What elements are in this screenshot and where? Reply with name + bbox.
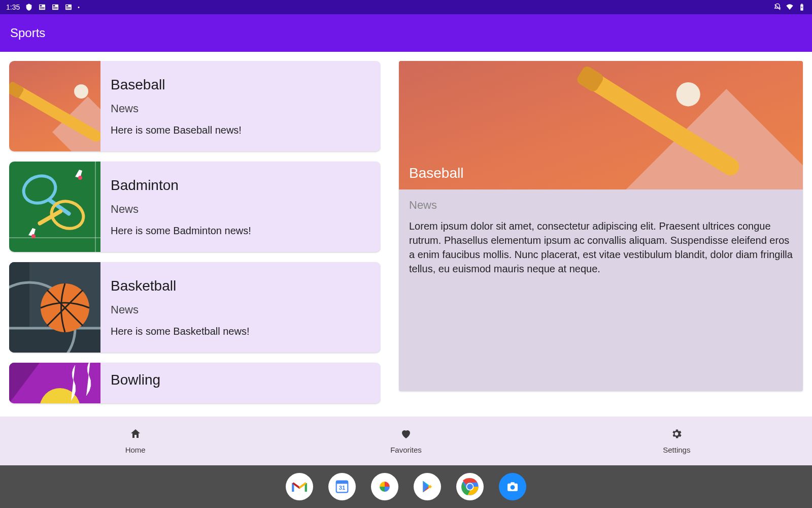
detail-body: Lorem ipsum dolor sit amet, consectetur …	[399, 216, 803, 279]
svg-point-36	[676, 82, 700, 106]
svg-point-53	[511, 485, 515, 490]
newspaper-icon	[51, 3, 59, 11]
home-icon	[129, 428, 142, 441]
detail-hero: Baseball	[399, 61, 803, 189]
badminton-thumb	[9, 162, 100, 252]
detail-title: Baseball	[409, 165, 463, 181]
svg-rect-2	[40, 7, 45, 8]
newspaper-icon	[64, 3, 73, 11]
svg-point-26	[31, 234, 36, 238]
dot-icon: •	[78, 5, 80, 10]
svg-point-25	[78, 176, 82, 180]
wifi-icon	[786, 3, 794, 11]
nav-label: Favorites	[390, 446, 422, 454]
nav-home[interactable]: Home	[0, 417, 270, 465]
card-desc: Here is some Baseball news!	[111, 124, 242, 136]
svg-rect-10	[66, 7, 71, 8]
app-bar: Sports	[0, 14, 812, 52]
gmail-icon[interactable]	[286, 473, 313, 500]
status-time: 1:35	[6, 3, 20, 11]
nav-settings[interactable]: Settings	[542, 417, 812, 465]
svg-rect-5	[53, 5, 55, 7]
svg-rect-52	[511, 482, 515, 484]
detail-card: Baseball News Lorem ipsum dolor sit amet…	[399, 61, 803, 391]
card-title: Basketball	[111, 278, 249, 294]
card-desc: Here is some Basketball news!	[111, 326, 249, 337]
list-item-basketball[interactable]: Basketball News Here is some Basketball …	[9, 262, 381, 353]
status-icon	[25, 3, 33, 11]
svg-rect-7	[53, 8, 58, 9]
svg-rect-24	[37, 209, 63, 226]
heart-icon	[400, 428, 412, 441]
baseball-thumb	[9, 61, 100, 151]
card-subtitle: News	[111, 303, 249, 316]
svg-rect-14	[801, 4, 803, 4]
svg-rect-11	[66, 8, 71, 9]
camera-icon[interactable]	[499, 473, 526, 500]
card-title: Badminton	[111, 177, 251, 194]
detail-subtitle: News	[399, 189, 803, 216]
content-area: Baseball News Here is some Baseball news…	[0, 52, 812, 417]
system-dock: 31	[0, 465, 812, 508]
svg-rect-1	[40, 5, 42, 7]
card-subtitle: News	[111, 102, 242, 115]
photos-icon[interactable]	[371, 473, 398, 500]
status-bar: 1:35 •	[0, 0, 812, 14]
mute-icon	[773, 3, 782, 11]
list-item-badminton[interactable]: Badminton News Here is some Badminton ne…	[9, 162, 381, 252]
chrome-icon[interactable]	[456, 473, 484, 500]
svg-text:31: 31	[339, 485, 346, 491]
sports-list[interactable]: Baseball News Here is some Baseball news…	[9, 61, 381, 407]
battery-icon	[798, 3, 806, 11]
bowling-thumb	[9, 363, 100, 403]
nav-label: Home	[125, 446, 146, 454]
list-item-baseball[interactable]: Baseball News Here is some Baseball news…	[9, 61, 381, 151]
gear-icon	[670, 428, 683, 441]
card-desc: Here is some Badminton news!	[111, 225, 251, 237]
nav-favorites[interactable]: Favorites	[270, 417, 541, 465]
detail-pane: Baseball News Lorem ipsum dolor sit amet…	[399, 61, 803, 407]
calendar-icon[interactable]: 31	[328, 473, 356, 500]
bottom-nav: Home Favorites Settings	[0, 417, 812, 465]
app-title: Sports	[10, 26, 45, 40]
svg-rect-9	[66, 5, 69, 7]
play-store-icon[interactable]	[414, 473, 441, 500]
svg-point-50	[467, 484, 473, 490]
card-title: Bowling	[111, 372, 160, 388]
newspaper-icon	[38, 3, 46, 11]
svg-point-16	[74, 84, 88, 99]
svg-rect-3	[40, 8, 45, 9]
nav-label: Settings	[663, 446, 690, 454]
basketball-thumb	[9, 262, 100, 353]
svg-rect-6	[53, 7, 58, 8]
list-item-bowling[interactable]: Bowling	[9, 363, 381, 403]
card-title: Baseball	[111, 77, 242, 93]
svg-rect-41	[336, 481, 348, 484]
card-subtitle: News	[111, 203, 251, 216]
